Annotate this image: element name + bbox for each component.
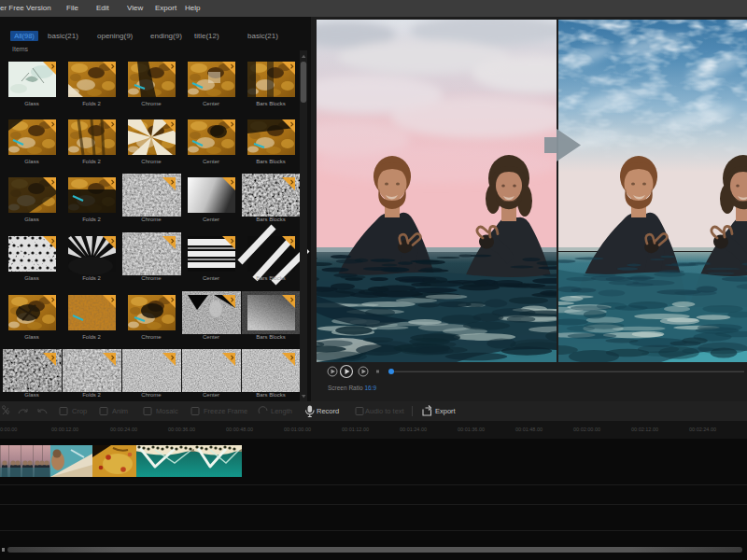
- svg-text:Center: Center: [203, 101, 219, 106]
- svg-text:Chrome: Chrome: [141, 101, 162, 106]
- svg-text:Chrome: Chrome: [141, 217, 162, 222]
- svg-text:Bars Blocks: Bars Blocks: [256, 275, 286, 281]
- svg-text:Glass: Glass: [24, 392, 38, 398]
- svg-text:Glass: Glass: [24, 159, 38, 164]
- svg-text:Bars Blocks: Bars Blocks: [256, 159, 286, 164]
- svg-text:Chrome: Chrome: [141, 159, 162, 164]
- svg-text:Center: Center: [203, 217, 219, 222]
- svg-text:Folds 2: Folds 2: [82, 217, 101, 222]
- svg-text:Center: Center: [203, 334, 219, 340]
- svg-text:Glass: Glass: [24, 217, 38, 222]
- svg-text:Glass: Glass: [24, 275, 38, 281]
- svg-text:Chrome: Chrome: [141, 334, 162, 340]
- svg-text:Folds 2: Folds 2: [82, 334, 101, 340]
- svg-text:Folds 2: Folds 2: [82, 101, 101, 106]
- svg-text:Bars Blocks: Bars Blocks: [256, 101, 286, 106]
- svg-text:Glass: Glass: [24, 334, 38, 340]
- svg-text:Center: Center: [203, 159, 219, 164]
- svg-text:Bars Blocks: Bars Blocks: [256, 392, 286, 398]
- svg-text:Glass: Glass: [24, 101, 38, 106]
- svg-text:Folds 2: Folds 2: [82, 159, 101, 164]
- svg-text:Center: Center: [203, 392, 219, 398]
- svg-text:Folds 2: Folds 2: [82, 275, 101, 281]
- svg-text:Folds 2: Folds 2: [82, 392, 101, 398]
- svg-text:Bars Blocks: Bars Blocks: [256, 334, 286, 340]
- svg-text:Chrome: Chrome: [141, 275, 162, 281]
- svg-text:Chrome: Chrome: [141, 392, 162, 398]
- svg-text:Center: Center: [203, 275, 219, 281]
- svg-text:Bars Blocks: Bars Blocks: [256, 217, 286, 222]
